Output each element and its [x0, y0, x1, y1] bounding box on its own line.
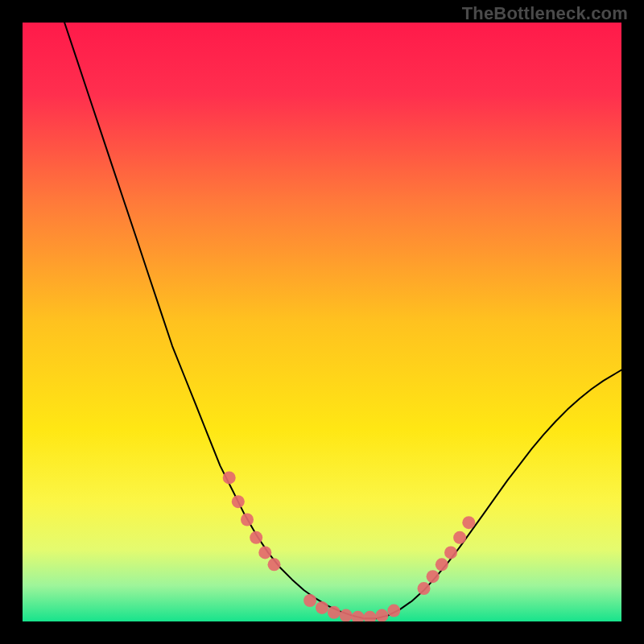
marker-bottom-markers: [316, 601, 328, 614]
marker-bottom-markers: [303, 594, 316, 607]
bottleneck-chart: [23, 23, 621, 621]
marker-right-markers: [462, 516, 475, 529]
marker-right-markers: [453, 531, 466, 544]
watermark-text: TheBottleneck.com: [462, 3, 628, 24]
marker-right-markers: [427, 570, 440, 583]
marker-right-markers: [436, 558, 448, 571]
marker-bottom-markers: [340, 609, 353, 621]
marker-right-markers: [418, 582, 431, 595]
marker-left-markers: [268, 558, 281, 571]
chart-background: [23, 23, 621, 621]
marker-left-markers: [223, 471, 236, 484]
chart-frame: TheBottleneck.com: [0, 0, 644, 644]
marker-left-markers: [250, 531, 262, 544]
marker-left-markers: [232, 495, 245, 508]
marker-bottom-markers: [375, 609, 388, 621]
marker-left-markers: [258, 546, 271, 559]
marker-right-markers: [444, 546, 457, 559]
marker-bottom-markers: [387, 605, 400, 617]
marker-left-markers: [241, 514, 254, 526]
marker-bottom-markers: [328, 606, 341, 619]
